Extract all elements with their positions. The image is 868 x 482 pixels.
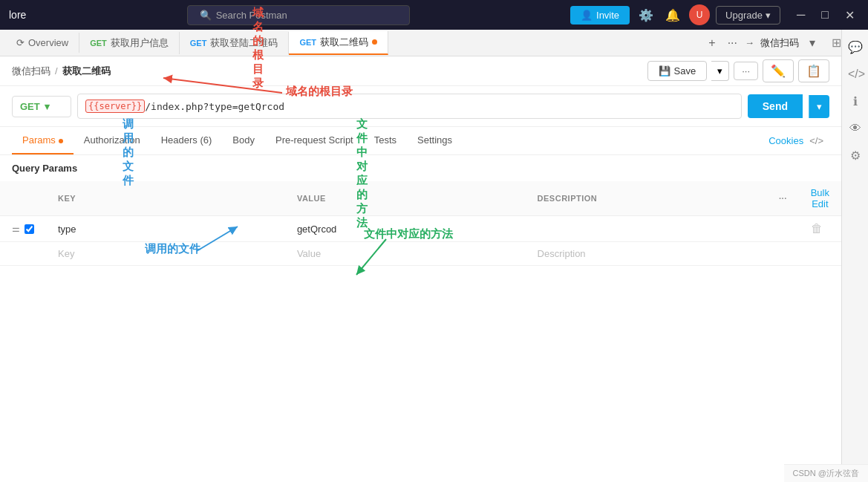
empty-key-cell[interactable]: Key (46, 242, 285, 266)
save-button[interactable]: 💾 Save (647, 61, 708, 81)
tab-settings[interactable]: Settings (407, 127, 463, 154)
method-select[interactable]: GET ▾ (12, 96, 71, 117)
sidebar-toggle-button[interactable]: ⊞ (832, 36, 841, 50)
breadcrumb-actions: 💾 Save ▾ ··· ✏️ 📋 (647, 59, 829, 82)
param-row-1: ⚌ type getQrcod 🗑 (0, 216, 841, 242)
empty-check (0, 242, 46, 266)
url-path: /index.php?type=getQrcod (145, 101, 284, 112)
tab-get-user[interactable]: GET 获取用户信息 (79, 32, 180, 54)
send-dropdown-button[interactable]: ▾ (809, 95, 829, 118)
delete-param-button[interactable]: 🗑 (811, 222, 823, 235)
empty-desc-cell[interactable]: Description (526, 242, 767, 266)
maximize-button[interactable]: □ (817, 7, 833, 24)
empty-delete-cell (799, 242, 841, 266)
filter-icon[interactable]: ⚌ (12, 224, 20, 234)
param-key-value: type (58, 224, 76, 235)
close-button[interactable]: ✕ (841, 7, 859, 24)
bulk-edit-button[interactable]: Bulk Edit (811, 187, 829, 209)
search-bar[interactable]: 🔍 Search Postman (187, 5, 410, 25)
tab-headers[interactable]: Headers (6) (151, 127, 223, 154)
search-area[interactable]: 🔍 Search Postman (187, 5, 410, 25)
code-icon[interactable]: </> (803, 128, 829, 154)
params-table: KEY VALUE DESCRIPTION ··· Bulk Edit ⚌ ty (0, 181, 841, 266)
method-label: GET (20, 101, 40, 112)
th-bulk-edit[interactable]: Bulk Edit (799, 181, 841, 216)
param-desc-cell[interactable] (526, 216, 767, 242)
search-placeholder: Search Postman (216, 10, 287, 21)
tabs-actions: + ··· → 微信扫码 ▾ (704, 33, 826, 53)
th-key: KEY (46, 181, 285, 216)
empty-more-cell (767, 242, 799, 266)
tab-body[interactable]: Body (222, 127, 265, 154)
add-tab-button[interactable]: + (704, 33, 719, 53)
titlebar: lore 🔍 Search Postman 👤 Invite ⚙️ 🔔 U Up… (0, 0, 868, 30)
edit-button[interactable]: ✏️ (763, 59, 794, 82)
url-input[interactable]: {{server}}/index.php?type=getQrcod (77, 94, 742, 119)
code-button[interactable]: </> (842, 62, 868, 87)
tab-get-login-label: 获取登陆二维码 (210, 36, 278, 50)
value-placeholder: Value (297, 248, 321, 259)
tabs-dropdown-button[interactable]: ▾ (805, 33, 820, 53)
tab-get-qr[interactable]: GET 获取二维码 (289, 31, 388, 55)
more-tabs-button[interactable]: ··· (723, 33, 742, 53)
copy-button[interactable]: 📋 (798, 59, 829, 82)
person-icon: 👤 (581, 10, 593, 21)
url-bar: GET ▾ {{server}}/index.php?type=getQrcod… (0, 86, 841, 127)
tab-get-qr-label: 获取二维码 (320, 36, 368, 49)
desc-placeholder: Description (538, 248, 586, 259)
breadcrumb-current: 获取二维码 (62, 65, 111, 78)
tab-overview-label: Overview (28, 37, 68, 48)
request-tabs: Params Authorization Headers (6) Body Pr… (0, 127, 841, 155)
tab-get-login[interactable]: GET 获取登陆二维码 (180, 32, 290, 54)
tabs-bar: ⟳ Overview GET 获取用户信息 GET 获取登陆二维码 GET 获取… (0, 30, 841, 56)
eye-button[interactable]: 👁 (842, 116, 868, 141)
param-key-cell[interactable]: type (46, 216, 285, 242)
tab-authorization[interactable]: Authorization (74, 127, 151, 154)
th-value: VALUE (285, 181, 526, 216)
info-button[interactable]: ℹ (842, 88, 868, 114)
tab-overview[interactable]: ⟳ Overview (6, 33, 79, 53)
more-options-button[interactable]: ··· (734, 62, 758, 80)
window-controls: ─ □ ✕ (792, 7, 859, 24)
tab-params[interactable]: Params (12, 127, 74, 154)
overview-icon: ⟳ (16, 37, 25, 48)
user-avatar-button[interactable]: U (689, 4, 710, 25)
param-checkbox[interactable] (25, 224, 34, 234)
key-placeholder: Key (58, 248, 74, 259)
param-value-value: getQrcod (297, 224, 336, 235)
invite-button[interactable]: 👤 Invite (570, 6, 630, 25)
titlebar-right: 👤 Invite ⚙️ 🔔 U Upgrade ▾ ─ □ ✕ (570, 4, 859, 25)
tab-pre-request[interactable]: Pre-request Script (265, 127, 364, 154)
chevron-down-icon: ▾ (766, 10, 771, 21)
method-badge-active: GET (299, 38, 316, 47)
save-icon: 💾 (659, 65, 670, 76)
send-button[interactable]: Send (748, 94, 803, 118)
th-checkbox (0, 181, 46, 216)
param-row-empty: Key Value Description (0, 242, 841, 266)
params-dot (59, 139, 63, 143)
param-delete-cell[interactable]: 🗑 (799, 216, 841, 242)
upgrade-button[interactable]: Upgrade ▾ (716, 6, 780, 25)
th-more: ··· (767, 181, 799, 216)
url-server-var: {{server}} (85, 100, 145, 113)
search-icon: 🔍 (200, 10, 212, 21)
empty-value-cell[interactable]: Value (285, 242, 526, 266)
tab-tests[interactable]: Tests (364, 127, 407, 154)
cookies-button[interactable]: Cookies (769, 128, 803, 154)
arrow-icon: → (745, 37, 754, 48)
app-title: lore (9, 9, 26, 21)
comment-button[interactable]: 💬 (842, 34, 868, 60)
bell-icon-button[interactable]: 🔔 (662, 5, 683, 25)
param-check-cell[interactable]: ⚌ (0, 216, 46, 242)
tab-get-user-label: 获取用户信息 (111, 36, 169, 50)
query-params-title: Query Params (0, 155, 841, 181)
settings-icon-button[interactable]: ⚙️ (636, 5, 656, 25)
method-badge-get: GET (90, 39, 107, 48)
minimize-button[interactable]: ─ (792, 7, 809, 24)
method-chevron: ▾ (45, 101, 50, 112)
breadcrumb-parent: 微信扫码 (12, 65, 50, 78)
save-dropdown-button[interactable]: ▾ (711, 61, 729, 81)
sidebar-settings-button[interactable]: ⚙ (842, 143, 868, 169)
method-badge-get-blue: GET (190, 39, 207, 48)
param-value-cell[interactable]: getQrcod (285, 216, 526, 242)
